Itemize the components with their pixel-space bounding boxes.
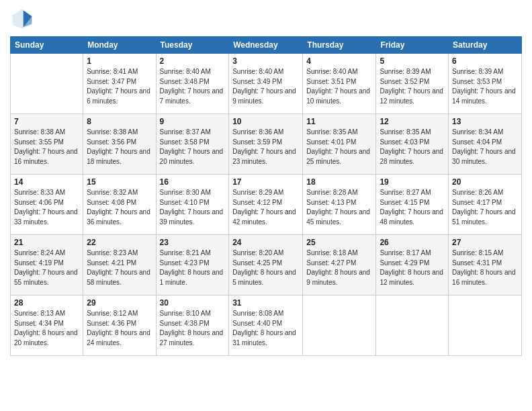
day-number: 12 <box>380 117 445 126</box>
day-number: 1 <box>87 56 152 66</box>
col-header-wednesday: Wednesday <box>229 37 303 54</box>
calendar-cell: 12Sunrise: 8:35 AMSunset: 4:03 PMDayligh… <box>376 114 449 175</box>
calendar: SundayMondayTuesdayWednesdayThursdayFrid… <box>10 36 522 356</box>
day-info: Sunrise: 8:21 AMSunset: 4:23 PMDaylight:… <box>160 248 226 287</box>
logo-icon <box>10 7 34 31</box>
day-number: 15 <box>87 177 152 187</box>
day-info: Sunrise: 8:33 AMSunset: 4:06 PMDaylight:… <box>14 188 79 227</box>
day-number: 13 <box>452 117 518 126</box>
day-info: Sunrise: 8:13 AMSunset: 4:34 PMDaylight:… <box>14 309 79 348</box>
day-info: Sunrise: 8:27 AMSunset: 4:15 PMDaylight:… <box>380 188 445 227</box>
calendar-cell: 18Sunrise: 8:28 AMSunset: 4:13 PMDayligh… <box>303 175 376 235</box>
calendar-cell: 27Sunrise: 8:15 AMSunset: 4:31 PMDayligh… <box>449 235 522 295</box>
col-header-friday: Friday <box>376 37 449 54</box>
calendar-cell <box>449 295 522 356</box>
day-number: 24 <box>232 238 299 247</box>
calendar-cell: 3Sunrise: 8:40 AMSunset: 3:49 PMDaylight… <box>229 54 303 114</box>
day-info: Sunrise: 8:35 AMSunset: 4:03 PMDaylight:… <box>380 128 445 167</box>
day-info: Sunrise: 8:35 AMSunset: 4:01 PMDaylight:… <box>306 128 372 167</box>
calendar-cell: 25Sunrise: 8:18 AMSunset: 4:27 PMDayligh… <box>303 235 376 295</box>
day-number: 6 <box>452 56 518 66</box>
calendar-cell: 17Sunrise: 8:29 AMSunset: 4:12 PMDayligh… <box>229 175 303 235</box>
day-info: Sunrise: 8:08 AMSunset: 4:40 PMDaylight:… <box>232 309 299 348</box>
calendar-cell: 21Sunrise: 8:24 AMSunset: 4:19 PMDayligh… <box>11 235 83 295</box>
col-header-tuesday: Tuesday <box>156 37 229 54</box>
day-number: 29 <box>87 298 152 308</box>
day-info: Sunrise: 8:29 AMSunset: 4:12 PMDaylight:… <box>232 188 299 227</box>
calendar-cell: 16Sunrise: 8:30 AMSunset: 4:10 PMDayligh… <box>156 175 229 235</box>
calendar-cell: 9Sunrise: 8:37 AMSunset: 3:58 PMDaylight… <box>156 114 229 175</box>
day-info: Sunrise: 8:20 AMSunset: 4:25 PMDaylight:… <box>232 248 299 287</box>
day-number: 31 <box>232 298 299 308</box>
calendar-cell: 15Sunrise: 8:32 AMSunset: 4:08 PMDayligh… <box>83 175 156 235</box>
day-info: Sunrise: 8:41 AMSunset: 3:47 PMDaylight:… <box>87 67 152 106</box>
calendar-cell: 11Sunrise: 8:35 AMSunset: 4:01 PMDayligh… <box>303 114 376 175</box>
calendar-cell: 28Sunrise: 8:13 AMSunset: 4:34 PMDayligh… <box>11 295 83 356</box>
day-info: Sunrise: 8:40 AMSunset: 3:51 PMDaylight:… <box>306 67 372 106</box>
day-info: Sunrise: 8:23 AMSunset: 4:21 PMDaylight:… <box>87 248 152 287</box>
calendar-cell: 22Sunrise: 8:23 AMSunset: 4:21 PMDayligh… <box>83 235 156 295</box>
calendar-cell <box>11 54 83 114</box>
day-number: 2 <box>160 56 226 66</box>
col-header-saturday: Saturday <box>449 37 522 54</box>
calendar-cell: 30Sunrise: 8:10 AMSunset: 4:38 PMDayligh… <box>156 295 229 356</box>
day-number: 7 <box>14 117 79 126</box>
day-info: Sunrise: 8:37 AMSunset: 3:58 PMDaylight:… <box>160 128 226 167</box>
day-number: 5 <box>380 56 445 66</box>
calendar-cell: 31Sunrise: 8:08 AMSunset: 4:40 PMDayligh… <box>229 295 303 356</box>
calendar-cell: 4Sunrise: 8:40 AMSunset: 3:51 PMDaylight… <box>303 54 376 114</box>
day-info: Sunrise: 8:30 AMSunset: 4:10 PMDaylight:… <box>160 188 226 227</box>
day-info: Sunrise: 8:34 AMSunset: 4:04 PMDaylight:… <box>452 128 518 167</box>
day-info: Sunrise: 8:32 AMSunset: 4:08 PMDaylight:… <box>87 188 152 227</box>
day-info: Sunrise: 8:28 AMSunset: 4:13 PMDaylight:… <box>306 188 372 227</box>
day-number: 4 <box>306 56 372 66</box>
calendar-cell: 14Sunrise: 8:33 AMSunset: 4:06 PMDayligh… <box>11 175 83 235</box>
day-number: 19 <box>380 177 445 187</box>
day-number: 30 <box>160 298 226 308</box>
calendar-cell: 23Sunrise: 8:21 AMSunset: 4:23 PMDayligh… <box>156 235 229 295</box>
day-number: 25 <box>306 238 372 247</box>
calendar-cell: 24Sunrise: 8:20 AMSunset: 4:25 PMDayligh… <box>229 235 303 295</box>
day-info: Sunrise: 8:10 AMSunset: 4:38 PMDaylight:… <box>160 309 226 348</box>
day-number: 28 <box>14 298 79 308</box>
calendar-cell: 5Sunrise: 8:39 AMSunset: 3:52 PMDaylight… <box>376 54 449 114</box>
day-number: 11 <box>306 117 372 126</box>
calendar-cell: 13Sunrise: 8:34 AMSunset: 4:04 PMDayligh… <box>449 114 522 175</box>
day-number: 26 <box>380 238 445 247</box>
day-number: 18 <box>306 177 372 187</box>
day-number: 27 <box>452 238 518 247</box>
day-info: Sunrise: 8:18 AMSunset: 4:27 PMDaylight:… <box>306 248 372 287</box>
day-number: 8 <box>87 117 152 126</box>
day-number: 9 <box>160 117 226 126</box>
calendar-cell: 19Sunrise: 8:27 AMSunset: 4:15 PMDayligh… <box>376 175 449 235</box>
col-header-sunday: Sunday <box>11 37 83 54</box>
day-number: 22 <box>87 238 152 247</box>
calendar-cell: 26Sunrise: 8:17 AMSunset: 4:29 PMDayligh… <box>376 235 449 295</box>
calendar-cell <box>303 295 376 356</box>
day-info: Sunrise: 8:15 AMSunset: 4:31 PMDaylight:… <box>452 248 518 287</box>
day-info: Sunrise: 8:38 AMSunset: 3:55 PMDaylight:… <box>14 128 79 167</box>
calendar-cell: 8Sunrise: 8:38 AMSunset: 3:56 PMDaylight… <box>83 114 156 175</box>
day-number: 20 <box>452 177 518 187</box>
day-info: Sunrise: 8:36 AMSunset: 3:59 PMDaylight:… <box>232 128 299 167</box>
day-info: Sunrise: 8:12 AMSunset: 4:36 PMDaylight:… <box>87 309 152 348</box>
day-info: Sunrise: 8:26 AMSunset: 4:17 PMDaylight:… <box>452 188 518 227</box>
header <box>10 7 522 31</box>
day-info: Sunrise: 8:39 AMSunset: 3:52 PMDaylight:… <box>380 67 445 106</box>
calendar-cell: 29Sunrise: 8:12 AMSunset: 4:36 PMDayligh… <box>83 295 156 356</box>
col-header-monday: Monday <box>83 37 156 54</box>
day-info: Sunrise: 8:40 AMSunset: 3:49 PMDaylight:… <box>232 67 299 106</box>
calendar-cell: 1Sunrise: 8:41 AMSunset: 3:47 PMDaylight… <box>83 54 156 114</box>
day-info: Sunrise: 8:40 AMSunset: 3:48 PMDaylight:… <box>160 67 226 106</box>
calendar-cell: 7Sunrise: 8:38 AMSunset: 3:55 PMDaylight… <box>11 114 83 175</box>
page: SundayMondayTuesdayWednesdayThursdayFrid… <box>0 0 532 411</box>
day-number: 23 <box>160 238 226 247</box>
calendar-cell: 6Sunrise: 8:39 AMSunset: 3:53 PMDaylight… <box>449 54 522 114</box>
day-info: Sunrise: 8:38 AMSunset: 3:56 PMDaylight:… <box>87 128 152 167</box>
calendar-cell: 2Sunrise: 8:40 AMSunset: 3:48 PMDaylight… <box>156 54 229 114</box>
day-number: 17 <box>232 177 299 187</box>
day-info: Sunrise: 8:17 AMSunset: 4:29 PMDaylight:… <box>380 248 445 287</box>
calendar-cell <box>376 295 449 356</box>
logo <box>10 7 37 31</box>
day-info: Sunrise: 8:24 AMSunset: 4:19 PMDaylight:… <box>14 248 79 287</box>
